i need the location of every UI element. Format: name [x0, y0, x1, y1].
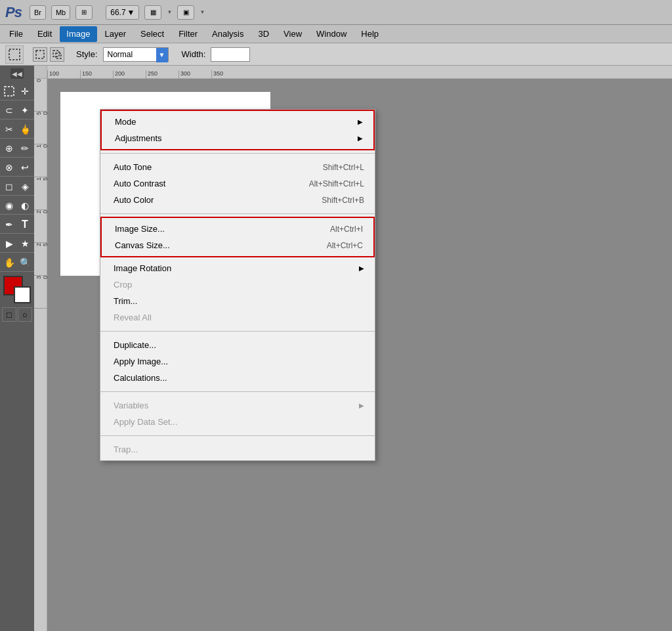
- style-dropdown-arrow[interactable]: ▼: [156, 48, 168, 62]
- move-tool-button[interactable]: ✛: [18, 84, 32, 98]
- ruler-vtick-250: 250: [34, 243, 47, 276]
- pen-tool-button[interactable]: ✒: [2, 217, 16, 232]
- marquee-add-selection[interactable]: [50, 47, 64, 62]
- separator-2: [100, 213, 375, 214]
- ruler-tick-150: 150: [80, 70, 113, 78]
- mini-bridge-button[interactable]: Mb: [51, 5, 70, 20]
- style-label: Style:: [76, 49, 98, 59]
- marquee-tool-button[interactable]: [2, 84, 16, 98]
- workspace-icon-button[interactable]: ⊞: [75, 5, 93, 20]
- menu-item-adjustments[interactable]: Adjustments ▶: [102, 130, 373, 146]
- menu-image[interactable]: Image: [60, 26, 96, 42]
- shape-tool-button[interactable]: ★: [18, 236, 32, 251]
- ruler-vtick-150: 150: [34, 177, 47, 210]
- ruler-vtick-0: 0: [34, 79, 47, 112]
- healing-brush-button[interactable]: ⊕: [2, 141, 16, 156]
- menu-item-apply-image[interactable]: Apply Image...: [100, 353, 375, 370]
- screen-mode-button[interactable]: ▣: [177, 5, 194, 20]
- ruler-corner: [34, 66, 47, 79]
- blur-tool-button[interactable]: ◉: [2, 198, 16, 213]
- menu-item-reveal-all: Reveal All: [100, 309, 375, 326]
- eyedropper-tool-button[interactable]: 🖕: [18, 122, 32, 137]
- menu-item-image-size[interactable]: Image Size... Alt+Ctrl+I: [102, 221, 373, 237]
- menu-item-variables: Variables ▶: [100, 397, 375, 414]
- zoom-tool-button[interactable]: 🔍: [18, 255, 32, 270]
- menu-bar: File Edit Image Layer Select Filter Anal…: [0, 25, 672, 43]
- menu-item-auto-contrast[interactable]: Auto Contrast Alt+Shift+Ctrl+L: [100, 175, 375, 192]
- menu-item-duplicate[interactable]: Duplicate...: [100, 337, 375, 353]
- lasso-tool-button[interactable]: ⊂: [2, 103, 16, 118]
- menu-item-canvas-size[interactable]: Canvas Size... Alt+Ctrl+C: [102, 237, 373, 253]
- menu-filter[interactable]: Filter: [172, 26, 204, 42]
- options-bar: Style: Normal ▼ Width:: [0, 43, 672, 66]
- menu-section-duplicate: Duplicate... Apply Image... Calculations…: [100, 334, 375, 389]
- separator-1: [100, 153, 375, 154]
- svg-rect-4: [5, 87, 14, 96]
- menu-edit[interactable]: Edit: [31, 26, 58, 42]
- menu-item-auto-tone[interactable]: Auto Tone Shift+Ctrl+L: [100, 159, 375, 175]
- menu-analysis[interactable]: Analysis: [205, 26, 250, 42]
- left-toolbar: ◀◀ ✛ ⊂ ✦ ✂ 🖕 ⊕ ✏: [0, 66, 34, 631]
- menu-file[interactable]: File: [3, 26, 30, 42]
- menu-section-rotation: Image Rotation ▶ Crop Trim... Reveal All: [100, 257, 375, 328]
- main-area: ◀◀ ✛ ⊂ ✦ ✂ 🖕 ⊕ ✏: [0, 66, 672, 631]
- style-select-container: Normal ▼: [103, 47, 169, 62]
- brush-tool-button[interactable]: ✏: [18, 141, 32, 156]
- menu-item-image-rotation[interactable]: Image Rotation ▶: [100, 260, 375, 276]
- eraser-tool-button[interactable]: ◻: [2, 179, 16, 194]
- menu-item-apply-data-set: Apply Data Set...: [100, 414, 375, 430]
- standard-mode-button[interactable]: □: [2, 307, 16, 322]
- menu-window[interactable]: Window: [310, 26, 353, 42]
- menu-layer[interactable]: Layer: [98, 26, 133, 42]
- separator-4: [100, 391, 375, 392]
- fill-tool-button[interactable]: ◈: [18, 179, 32, 194]
- crop-tool-button[interactable]: ✂: [2, 122, 16, 137]
- width-label: Width:: [182, 49, 206, 59]
- menu-help[interactable]: Help: [354, 26, 385, 42]
- hand-tool-button[interactable]: ✋: [2, 255, 16, 270]
- menu-item-trim[interactable]: Trim...: [100, 293, 375, 309]
- dodge-tool-button[interactable]: ◐: [18, 198, 32, 213]
- ruler-vtick-100: 100: [34, 144, 47, 177]
- menu-view[interactable]: View: [277, 26, 308, 42]
- tool-group-blur: ◉ ◐: [0, 197, 34, 215]
- menu-section-auto: Auto Tone Shift+Ctrl+L Auto Contrast Alt…: [100, 156, 375, 211]
- highlighted-section-top: Mode ▶ Adjustments ▶: [100, 110, 375, 150]
- ruler-vtick-300: 300: [34, 276, 47, 309]
- grid-view-button[interactable]: ▦: [144, 5, 161, 20]
- stamp-tool-button[interactable]: ⊗: [2, 160, 16, 175]
- menu-section-mode-adj: Mode ▶ Adjustments ▶: [102, 111, 373, 149]
- dropdown-arrow-screen: ▼: [200, 9, 205, 15]
- menu-item-calculations[interactable]: Calculations...: [100, 370, 375, 386]
- menu-item-mode[interactable]: Mode ▶: [102, 114, 373, 130]
- toolbar-collapse-button[interactable]: ◀◀: [10, 68, 24, 79]
- background-color[interactable]: [14, 286, 31, 303]
- path-selection-button[interactable]: ▶: [2, 236, 16, 251]
- bridge-button[interactable]: Br: [30, 5, 46, 20]
- quick-mask-mode-button[interactable]: ○: [18, 307, 32, 322]
- marquee-tool-icon: [5, 45, 24, 64]
- tool-group-crop: ✂ 🖕: [0, 121, 34, 139]
- ruler-ticks-horizontal: 100 150 200 250 300 350: [47, 66, 244, 78]
- tool-group-selection: ✛: [0, 83, 34, 100]
- type-tool-button[interactable]: T: [18, 217, 32, 232]
- mask-mode-area: □ ○: [2, 307, 32, 322]
- history-brush-button[interactable]: ↩: [18, 160, 32, 175]
- menu-item-trap: Trap...: [100, 441, 375, 458]
- zoom-value: 66.7: [110, 8, 125, 17]
- menu-select[interactable]: Select: [134, 26, 171, 42]
- menu-item-auto-color[interactable]: Auto Color Shift+Ctrl+B: [100, 192, 375, 208]
- tool-group-path: ▶ ★: [0, 235, 34, 253]
- tool-group-healing: ⊕ ✏: [0, 140, 34, 158]
- width-input[interactable]: [211, 47, 250, 62]
- svg-rect-0: [9, 49, 20, 60]
- menu-3d[interactable]: 3D: [251, 26, 276, 42]
- quick-selection-button[interactable]: ✦: [18, 103, 32, 118]
- zoom-dropdown-arrow: ▼: [127, 8, 135, 17]
- zoom-display[interactable]: 66.7 ▼: [106, 5, 139, 20]
- marquee-new-selection[interactable]: [33, 47, 47, 62]
- svg-rect-3: [56, 53, 61, 58]
- top-toolbar: Ps Br Mb ⊞ 66.7 ▼ ▦ ▼ ▣ ▼: [0, 0, 672, 25]
- tool-group-lasso: ⊂ ✦: [0, 102, 34, 120]
- menu-section-size: Image Size... Alt+Ctrl+I Canvas Size... …: [102, 218, 373, 256]
